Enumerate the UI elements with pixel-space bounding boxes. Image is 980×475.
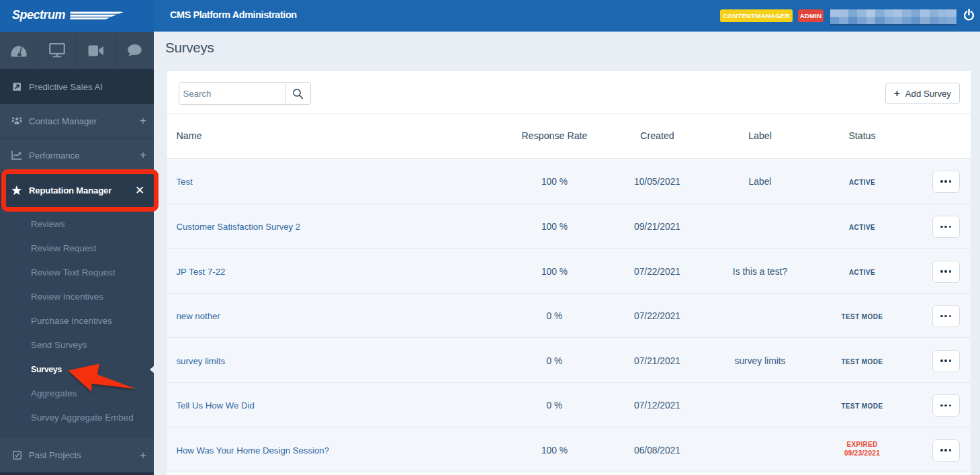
svg-text:Spectrum: Spectrum [12, 8, 66, 21]
